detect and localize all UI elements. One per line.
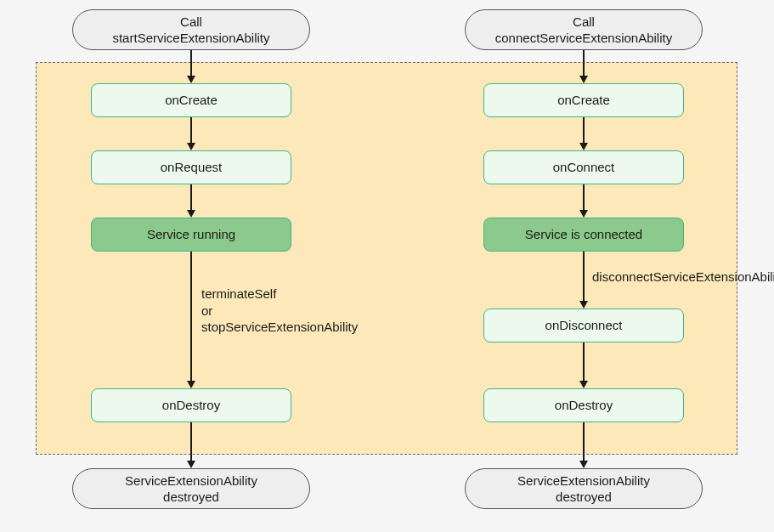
end-left-line2: destroyed: [163, 489, 219, 506]
terminate-l2: or: [201, 303, 212, 318]
ondisconnect-label: onDisconnect: [545, 317, 623, 334]
arrow-line: [583, 342, 585, 381]
arrow-line: [190, 252, 192, 381]
oncreate-node-left: onCreate: [91, 83, 291, 117]
onrequest-label: onRequest: [161, 159, 223, 176]
ondestroy-node-right: onDestroy: [483, 388, 684, 422]
arrow-head: [187, 143, 195, 150]
arrow-head: [579, 76, 588, 83]
service-connected-label: Service is connected: [525, 226, 642, 243]
arrow-head: [579, 301, 588, 308]
service-connected-node: Service is connected: [483, 218, 684, 252]
end-node-left: ServiceExtensionAbility destroyed: [72, 468, 310, 509]
ondestroy-right-label: onDestroy: [555, 397, 613, 414]
ondestroy-node-left: onDestroy: [91, 388, 291, 422]
terminate-l3: stopServiceExtensionAbility: [201, 320, 358, 334]
onconnect-node: onConnect: [483, 150, 684, 184]
end-right-line1: ServiceExtensionAbility: [517, 473, 650, 490]
arrow-line: [583, 252, 585, 301]
arrow-head: [187, 76, 195, 83]
service-running-label: Service running: [147, 226, 235, 243]
start-right-line2: connectServiceExtensionAbility: [495, 30, 672, 47]
arrow-line: [190, 50, 192, 76]
ondisconnect-node: onDisconnect: [483, 308, 684, 342]
arrow-line: [583, 184, 585, 210]
start-node-right: Call connectServiceExtensionAbility: [465, 9, 703, 50]
end-node-right: ServiceExtensionAbility destroyed: [465, 468, 703, 509]
terminate-l1: terminateSelf: [201, 286, 276, 301]
oncreate-right-label: onCreate: [557, 92, 610, 109]
arrow-head: [187, 210, 195, 218]
onrequest-node: onRequest: [91, 150, 291, 184]
oncreate-left-label: onCreate: [165, 92, 218, 109]
arrow-line: [583, 117, 585, 143]
terminate-label: terminateSelf or stopServiceExtensionAbi…: [201, 286, 358, 336]
start-left-line2: startServiceExtensionAbility: [112, 30, 269, 47]
arrow-head: [579, 210, 588, 218]
arrow-line: [190, 422, 192, 461]
end-left-line1: ServiceExtensionAbility: [125, 473, 257, 490]
onconnect-label: onConnect: [553, 159, 615, 176]
arrow-head: [187, 461, 195, 468]
disconnect-text: disconnectServiceExtensionAbility: [592, 269, 774, 284]
service-running-node: Service running: [91, 218, 291, 252]
arrow-head: [187, 381, 195, 388]
arrow-head: [579, 461, 588, 468]
arrow-line: [583, 422, 585, 461]
end-right-line2: destroyed: [556, 489, 612, 506]
arrow-head: [579, 381, 588, 388]
start-node-left: Call startServiceExtensionAbility: [72, 9, 310, 50]
arrow-line: [190, 184, 192, 210]
start-left-line1: Call: [180, 14, 202, 31]
start-right-line1: Call: [573, 14, 595, 31]
ondestroy-left-label: onDestroy: [162, 397, 220, 414]
oncreate-node-right: onCreate: [483, 83, 684, 117]
arrow-line: [190, 117, 192, 143]
disconnect-label: disconnectServiceExtensionAbility: [592, 269, 774, 286]
arrow-line: [583, 50, 585, 76]
arrow-head: [579, 143, 588, 150]
